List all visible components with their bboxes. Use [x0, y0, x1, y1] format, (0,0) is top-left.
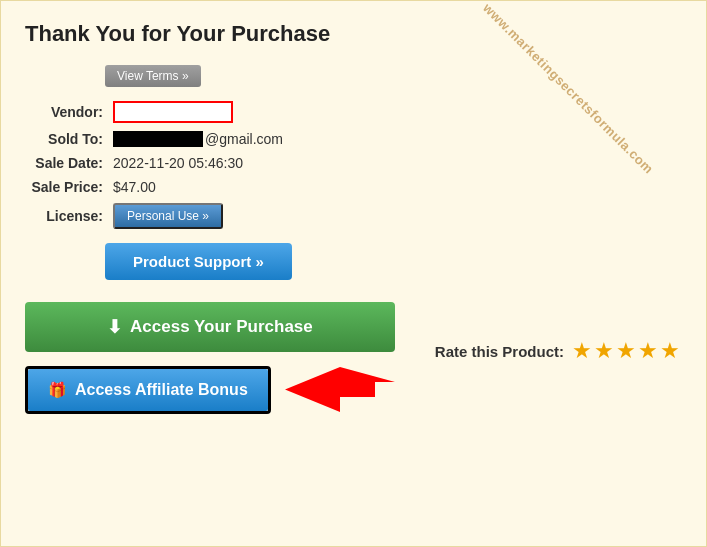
- arrow-icon: [285, 362, 395, 417]
- sale-price-value: $47.00: [113, 179, 156, 195]
- bottom-area: ⬇ Access Your Purchase 🎁 Access Affiliat…: [25, 302, 682, 417]
- sale-price-row: Sale Price: $47.00: [25, 179, 682, 195]
- product-support-button[interactable]: Product Support »: [105, 243, 292, 280]
- rating-section: Rate this Product: ★ ★ ★ ★ ★: [435, 310, 680, 364]
- email-container: @gmail.com: [113, 131, 283, 147]
- affiliate-row: 🎁 Access Affiliate Bonus: [25, 362, 395, 417]
- download-icon: ⬇: [107, 316, 122, 338]
- access-purchase-label: Access Your Purchase: [130, 317, 313, 337]
- sale-date-row: Sale Date: 2022-11-20 05:46:30: [25, 155, 682, 171]
- star-1[interactable]: ★: [572, 338, 592, 364]
- sold-to-label: Sold To:: [25, 131, 113, 147]
- star-5[interactable]: ★: [660, 338, 680, 364]
- sale-date-value: 2022-11-20 05:46:30: [113, 155, 243, 171]
- sale-date-label: Sale Date:: [25, 155, 113, 171]
- main-container: Thank You for Your Purchase View Terms »…: [0, 0, 707, 547]
- view-terms-button[interactable]: View Terms »: [105, 65, 201, 87]
- email-redacted: [113, 131, 203, 147]
- star-2[interactable]: ★: [594, 338, 614, 364]
- gift-icon: 🎁: [48, 381, 67, 399]
- sale-price-label: Sale Price:: [25, 179, 113, 195]
- access-affiliate-button[interactable]: 🎁 Access Affiliate Bonus: [28, 369, 268, 411]
- access-purchase-button[interactable]: ⬇ Access Your Purchase: [25, 302, 395, 352]
- affiliate-button-wrapper: 🎁 Access Affiliate Bonus: [25, 366, 271, 414]
- rate-container: Rate this Product: ★ ★ ★ ★ ★: [435, 338, 680, 364]
- info-table: Vendor: Sold To: @gmail.com Sale Date: 2…: [25, 101, 682, 229]
- star-3[interactable]: ★: [616, 338, 636, 364]
- star-4[interactable]: ★: [638, 338, 658, 364]
- stars-container: ★ ★ ★ ★ ★: [572, 338, 680, 364]
- license-label: License:: [25, 208, 113, 224]
- page-title: Thank You for Your Purchase: [25, 21, 682, 47]
- license-row: License: Personal Use »: [25, 203, 682, 229]
- action-buttons: ⬇ Access Your Purchase 🎁 Access Affiliat…: [25, 302, 395, 417]
- license-badge-button[interactable]: Personal Use »: [113, 203, 223, 229]
- email-suffix: @gmail.com: [205, 131, 283, 147]
- svg-marker-0: [285, 367, 395, 412]
- access-affiliate-label: Access Affiliate Bonus: [75, 381, 248, 399]
- rate-label: Rate this Product:: [435, 343, 564, 360]
- sold-to-row: Sold To: @gmail.com: [25, 131, 682, 147]
- vendor-label: Vendor:: [25, 104, 113, 120]
- vendor-value-box: [113, 101, 233, 123]
